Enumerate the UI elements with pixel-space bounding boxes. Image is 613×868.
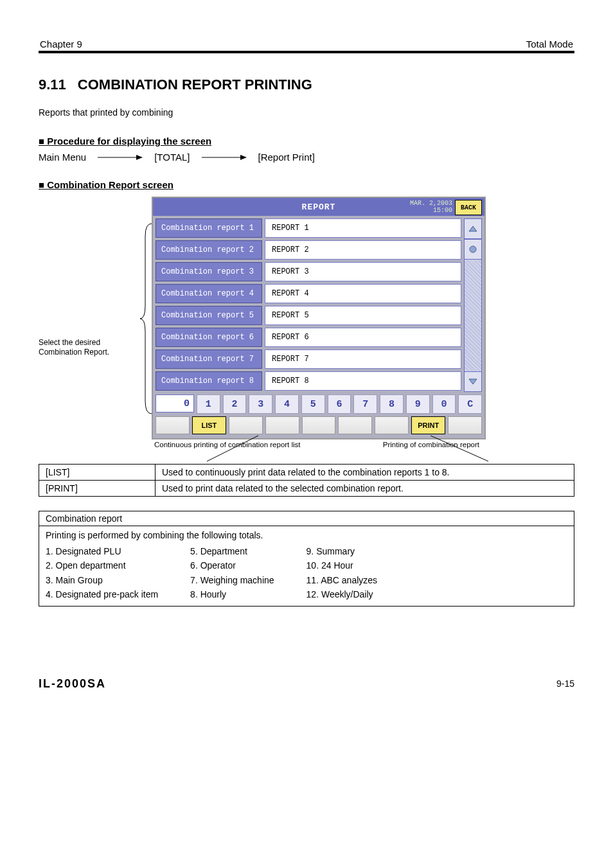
chapter-right: Total Mode [526,39,573,49]
digit-key-3[interactable]: 3 [249,394,272,414]
report-row-value[interactable]: REPORT 6 [265,328,461,347]
digit-key-6[interactable]: 6 [328,394,351,414]
svg-marker-4 [469,226,477,231]
brace-icon [144,224,153,414]
report-row-value[interactable]: REPORT 4 [265,284,461,303]
scroll-track[interactable] [464,260,482,371]
report-row-label[interactable]: Combination report 3 [155,262,262,281]
list-button[interactable]: LIST [192,416,226,434]
digit-key-5[interactable]: 5 [301,394,325,414]
procedure-step-1: Main Menu [39,152,86,163]
digit-key-8[interactable]: 8 [380,394,404,414]
report-row-label[interactable]: Combination report 6 [155,328,262,347]
svg-marker-6 [469,379,477,384]
blank-tab-1[interactable] [155,416,190,434]
combo-item: 6. Operator [190,558,274,572]
combo-column: 1. Designated PLU2. Open department3. Ma… [46,544,158,602]
combo-item: 8. Hourly [190,587,274,601]
table-key: [LIST] [39,465,155,481]
scrollbar[interactable] [464,218,482,392]
report-row-label[interactable]: Combination report 1 [155,218,262,238]
section-intro: Reports that printed by combining [39,107,574,118]
report-row[interactable]: Combination report 5REPORT 5 [155,306,461,325]
report-row[interactable]: Combination report 1REPORT 1 [155,218,461,238]
report-row-label[interactable]: Combination report 7 [155,350,262,369]
report-row-value[interactable]: REPORT 8 [265,371,461,391]
procedure-step-2: [TOTAL] [154,152,190,163]
report-row-label[interactable]: Combination report 2 [155,240,262,260]
blank-tab-2[interactable] [229,416,263,434]
report-row[interactable]: Combination report 7REPORT 7 [155,350,461,369]
report-row-label[interactable]: Combination report 8 [155,371,262,391]
blank-tab-3[interactable] [265,416,299,434]
procedure-row: Main Menu [TOTAL] [Report Print] [39,152,574,163]
svg-line-7 [207,436,258,461]
report-row[interactable]: Combination report 3REPORT 3 [155,262,461,281]
combo-item: 3. Main Group [46,573,158,587]
button-description-table: [LIST]Used to continuously print data re… [39,464,574,497]
combo-column: 5. Department6. Operator7. Weighing mach… [190,544,274,602]
report-row-value[interactable]: REPORT 7 [265,350,461,369]
clear-key[interactable]: C [458,394,482,414]
arrow-icon [202,154,247,161]
digit-key-1[interactable]: 1 [197,394,220,414]
combo-item: 11. ABC analyzes [306,573,378,587]
report-row[interactable]: Combination report 6REPORT 6 [155,328,461,347]
print-button[interactable]: PRINT [411,416,445,434]
screenshot-report-screen: REPORT MAR. 2,2003 15:00 BACK Combinatio… [152,197,486,439]
svg-marker-3 [240,155,247,160]
digit-key-7[interactable]: 7 [353,394,377,414]
digit-key-0[interactable]: 0 [432,394,456,414]
report-row-value[interactable]: REPORT 3 [265,262,461,281]
combo-item: 10. 24 Hour [306,558,378,572]
procedure-step-3: [Report Print] [258,152,315,163]
combo-column: 9. Summary10. 24 Hour11. ABC analyzes12.… [306,544,378,602]
digit-key-4[interactable]: 4 [275,394,299,414]
report-row-label[interactable]: Combination report 4 [155,284,262,303]
combo-item: 5. Department [190,544,274,558]
svg-point-5 [470,246,476,252]
report-row[interactable]: Combination report 2REPORT 2 [155,240,461,260]
combo-item: 12. Weekly/Daily [306,587,378,601]
combination-report-box: Combination report Printing is performed… [39,511,574,607]
screen-heading: ■ Combination Report screen [39,179,574,190]
section-number: 9.11 [39,76,66,93]
blank-tab-6[interactable] [375,416,409,434]
digit-key-2[interactable]: 2 [223,394,247,414]
procedure-heading: ■ Procedure for displaying the screen [39,136,574,146]
keypad-display: 0 [155,394,194,412]
scroll-up-icon[interactable] [464,218,482,239]
blank-tab-5[interactable] [338,416,372,434]
report-row[interactable]: Combination report 4REPORT 4 [155,284,461,303]
callout-print: Printing of combination report [315,441,482,448]
report-row-label[interactable]: Combination report 5 [155,306,262,325]
blank-tab-7[interactable] [448,416,482,434]
left-caption: Select the desired Combination Report. [39,338,126,357]
footer-model: IL-2000SA [39,677,106,691]
scroll-indicator-icon [464,239,482,260]
arrow-icon [98,154,143,161]
combo-item: 7. Weighing machine [190,573,274,587]
svg-line-8 [431,436,488,461]
combination-report-head: Combination report [39,511,574,526]
combo-item: 1. Designated PLU [46,544,158,558]
report-row[interactable]: Combination report 8REPORT 8 [155,371,461,391]
table-value: Used to continuously print data related … [155,465,574,481]
report-row-value[interactable]: REPORT 5 [265,306,461,325]
combo-item: 4. Designated pre-pack item [46,587,158,601]
report-row-value[interactable]: REPORT 2 [265,240,461,260]
section-title: COMBINATION REPORT PRINTING [78,76,312,93]
screen-datetime: MAR. 2,2003 15:00 [410,200,452,214]
header-rule [39,51,574,53]
digit-key-9[interactable]: 9 [406,394,430,414]
combo-item: 2. Open department [46,558,158,572]
screenshot-titlebar: REPORT MAR. 2,2003 15:00 BACK [153,198,484,216]
combination-report-lead: Printing is performed by combining the f… [46,530,567,540]
blank-tab-4[interactable] [302,416,336,434]
chapter-left: Chapter 9 [40,39,82,49]
table-key: [PRINT] [39,481,155,497]
report-row-value[interactable]: REPORT 1 [265,218,461,238]
callout-list: Continuous printing of combination repor… [148,441,315,448]
back-button[interactable]: BACK [455,200,482,215]
scroll-down-icon[interactable] [464,371,482,392]
